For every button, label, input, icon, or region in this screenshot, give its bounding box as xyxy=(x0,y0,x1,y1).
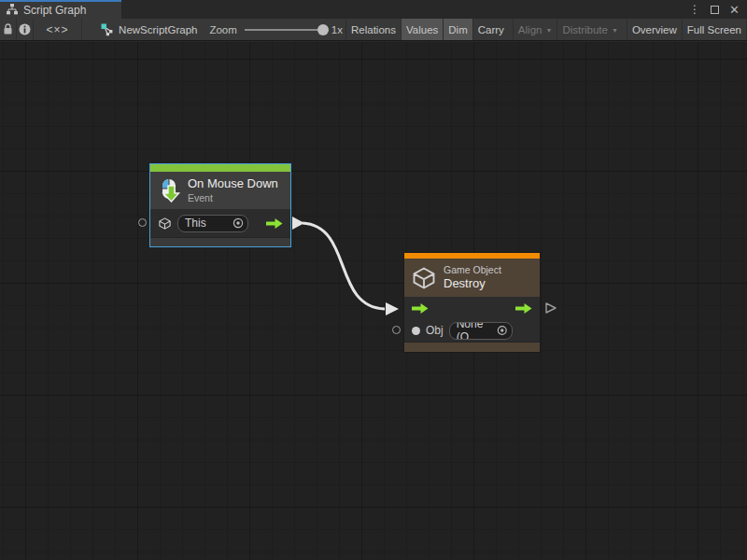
info-icon xyxy=(19,23,31,35)
node-footer xyxy=(150,237,290,246)
close-icon[interactable]: ✕ xyxy=(729,3,740,17)
tab-bar: Script Graph ⋮ ✕ xyxy=(0,0,747,19)
output-port-triangle[interactable] xyxy=(544,301,557,315)
input-port-on-mouse-down[interactable] xyxy=(138,218,147,227)
input-port-destroy[interactable] xyxy=(392,326,401,334)
node-flow-row xyxy=(404,297,540,319)
hierarchy-icon xyxy=(7,4,18,18)
node-on-mouse-down[interactable]: On Mouse Down Event This xyxy=(149,163,291,247)
toolbar-button-fullscreen[interactable]: Full Screen xyxy=(682,19,747,40)
lock-icon xyxy=(3,23,13,35)
script-graph-window: Script Graph ⋮ ✕ <×> xyxy=(0,0,747,560)
toolbar-button-distribute[interactable]: Distribute ▼ xyxy=(557,19,623,40)
window-controls: ⋮ ✕ xyxy=(689,0,747,19)
lock-button[interactable] xyxy=(0,19,17,40)
cube-icon xyxy=(158,217,172,231)
node-title: On Mouse Down xyxy=(188,176,278,191)
toolbar-button-carry[interactable]: Carry xyxy=(472,19,509,40)
toolbar-button-align[interactable]: Align ▼ xyxy=(513,19,557,40)
param-label: Obj xyxy=(426,324,444,337)
toolbar-button-relations[interactable]: Relations xyxy=(345,19,401,40)
tab-title: Script Graph xyxy=(23,4,86,17)
graph-icon xyxy=(101,23,114,36)
flow-output-arrow[interactable] xyxy=(266,217,283,230)
node-destroy[interactable]: Game Object Destroy Obj None (O xyxy=(403,252,541,353)
node-subtitle: Event xyxy=(188,192,278,204)
toolbar-button-values[interactable]: Values xyxy=(401,19,443,40)
node-accent-bar xyxy=(150,164,290,172)
node-category: Game Object xyxy=(444,264,501,276)
tab-script-graph[interactable]: Script Graph xyxy=(0,0,121,19)
node-title: Destroy xyxy=(444,276,501,291)
zoom-control: Zoom 1x xyxy=(209,19,343,40)
zoom-slider[interactable] xyxy=(245,29,323,31)
graph-reference[interactable]: NewScriptGraph xyxy=(101,19,197,40)
object-picker-icon[interactable] xyxy=(497,325,508,336)
graph-name: NewScriptGraph xyxy=(119,24,197,35)
toolbar-button-overview[interactable]: Overview xyxy=(627,19,682,40)
graph-toolbar: <×> NewScriptGraph Zoom 1x Relations Va xyxy=(0,19,747,41)
zoom-value: 1x xyxy=(331,24,343,35)
cube-icon xyxy=(411,265,437,291)
toolbar-buttons: Relations Values Dim Carry Align ▼ Distr… xyxy=(345,19,747,40)
node-header: Game Object Destroy xyxy=(404,259,540,297)
value-port-dot xyxy=(412,327,420,335)
connection-wire xyxy=(0,42,747,560)
toolbar-button-dim[interactable]: Dim xyxy=(443,19,472,40)
chevron-down-icon: ▼ xyxy=(612,26,618,34)
target-field[interactable]: This xyxy=(177,215,248,232)
node-param-row: Obj None (O xyxy=(404,319,540,342)
flow-input-arrow[interactable] xyxy=(412,302,429,315)
flow-output-arrow[interactable] xyxy=(515,302,532,315)
mouse-down-icon xyxy=(157,178,181,203)
node-header: On Mouse Down Event xyxy=(150,172,290,209)
zoom-slider-handle[interactable] xyxy=(317,24,329,35)
menu-icon[interactable]: ⋮ xyxy=(689,3,700,16)
obj-field[interactable]: None (O xyxy=(449,322,513,340)
node-footer xyxy=(404,342,540,352)
code-view-icon: <×> xyxy=(47,23,69,36)
maximize-icon[interactable] xyxy=(711,6,719,14)
code-view-button[interactable]: <×> xyxy=(34,19,82,40)
node-port-row: This xyxy=(150,209,290,237)
graph-canvas[interactable]: On Mouse Down Event This xyxy=(0,42,747,560)
zoom-label: Zoom xyxy=(209,24,236,35)
object-picker-icon[interactable] xyxy=(233,217,244,229)
chevron-down-icon: ▼ xyxy=(545,26,552,34)
info-button[interactable] xyxy=(17,19,34,40)
